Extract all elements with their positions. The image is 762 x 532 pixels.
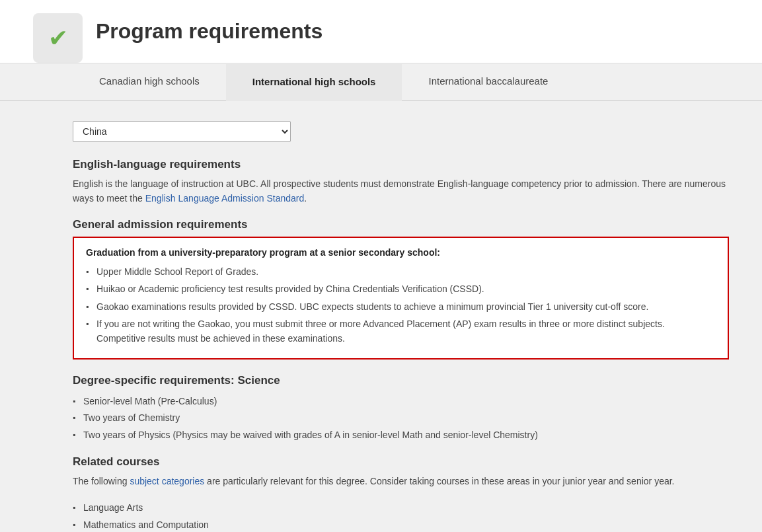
tab-ib[interactable]: International baccalaureate xyxy=(402,63,574,100)
related-text-end: are particularly relevant for this degre… xyxy=(204,476,674,486)
list-item: Two years of Chemistry xyxy=(73,410,729,425)
logo-box: ✔ xyxy=(33,13,83,63)
english-section: English-language requirements English is… xyxy=(73,158,729,206)
english-language-link[interactable]: English Language Admission Standard xyxy=(145,193,305,204)
english-text-end: . xyxy=(304,193,307,204)
related-section: Related courses The following subject ca… xyxy=(73,455,729,532)
list-item: Gaokao examinations results provided by … xyxy=(86,299,716,314)
red-bordered-box: Graduation from a university-preparatory… xyxy=(73,237,729,360)
related-paragraph: The following subject categories are par… xyxy=(73,474,729,488)
country-select[interactable]: China India USA UK Australia Japan South… xyxy=(73,121,291,142)
tab-international[interactable]: International high schools xyxy=(226,64,402,101)
list-item: Huikao or Academic proficiency test resu… xyxy=(86,282,716,296)
red-box-title: Graduation from a university-preparatory… xyxy=(86,247,716,258)
content-area: China India USA UK Australia Japan South… xyxy=(0,101,762,532)
degree-heading-prefix: Degree-specific requirements: xyxy=(73,374,237,387)
header-area: ✔ Program requirements xyxy=(0,0,762,63)
list-item: Two years of Physics (Physics may be wai… xyxy=(73,428,729,442)
related-heading: Related courses xyxy=(73,455,729,469)
degree-heading: Degree-specific requirements: Science xyxy=(73,374,729,387)
related-text-start: The following xyxy=(73,476,130,486)
general-bullet-list: Upper Middle School Report of Grades. Hu… xyxy=(86,264,716,346)
page-wrapper: ✔ Program requirements Canadian high sch… xyxy=(0,0,762,532)
degree-heading-subject: Science xyxy=(237,374,280,387)
degree-section: Degree-specific requirements: Science Se… xyxy=(73,374,729,442)
general-section: General admission requirements Graduatio… xyxy=(73,218,729,360)
page-title: Program requirements xyxy=(96,19,323,57)
english-heading: English-language requirements xyxy=(73,158,729,171)
degree-bullet-list: Senior-level Math (Pre-Calculus) Two yea… xyxy=(73,394,729,442)
related-bullet-list: Language Arts Mathematics and Computatio… xyxy=(73,500,729,532)
list-item: Mathematics and Computation xyxy=(73,517,729,532)
general-heading: General admission requirements xyxy=(73,218,729,231)
tabs-bar: Canadian high schools International high… xyxy=(0,63,762,101)
list-item: Upper Middle School Report of Grades. xyxy=(86,264,716,279)
english-paragraph: English is the language of instruction a… xyxy=(73,176,729,206)
subject-categories-link[interactable]: subject categories xyxy=(130,476,204,486)
list-item: Language Arts xyxy=(73,500,729,515)
logo-checkmark-icon: ✔ xyxy=(48,24,68,52)
list-item: If you are not writing the Gaokao, you m… xyxy=(86,317,716,346)
dropdown-row: China India USA UK Australia Japan South… xyxy=(73,121,729,142)
list-item: Senior-level Math (Pre-Calculus) xyxy=(73,394,729,408)
tab-canadian[interactable]: Canadian high schools xyxy=(73,63,226,100)
